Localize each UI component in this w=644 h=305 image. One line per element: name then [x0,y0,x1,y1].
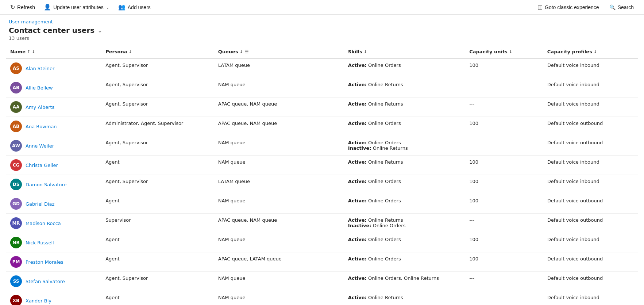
queues-cell: NAM queue [214,194,344,214]
name-cell: GD Gabriel Diaz [6,194,101,214]
persona-cell: Agent [101,156,214,175]
col-header-capacity-units[interactable]: Capacity units ↓ [465,45,543,58]
user-count: 13 users [9,35,635,41]
skill-entry: Active: Online Returns [348,159,460,165]
capacity-units-cell: 100 [465,58,543,78]
skill-name: Online Orders [368,256,401,262]
skills-sort-icon: ↓ [364,49,367,54]
skill-entry: Inactive: Online Returns [348,145,460,151]
user-name-link[interactable]: Preston Morales [26,259,63,265]
queues-sort-icon: ↓ [240,49,243,54]
capacity-dash: --- [469,217,474,223]
skill-status: Active: [348,256,367,262]
skills-cell: Active: Online Returns [344,291,465,305]
add-users-button[interactable]: 👥 Add users [114,0,155,15]
col-header-skills[interactable]: Skills ↓ [344,45,465,58]
capacity-units-cell: --- [465,291,543,305]
skill-status: Active: [348,217,367,223]
name-cell: NR Nick Russell [6,233,101,252]
skills-cell: Active: Online Orders [344,233,465,252]
skill-status: Active: [348,237,367,242]
capacity-dash: --- [469,101,474,107]
page-header: User management Contact center users ⌄ 1… [0,15,644,42]
col-header-persona[interactable]: Persona ↓ [101,45,214,58]
queues-filter-icon[interactable]: ☰ [244,49,249,54]
capacity-units-cell: --- [465,78,543,98]
capacity-units-cell: 100 [465,233,543,252]
skills-cell: Active: Online OrdersInactive: Online Re… [344,136,465,156]
update-chevron-icon: ⌄ [106,5,109,10]
capacity-units-cell: 100 [465,175,543,194]
skills-cell: Active: Online Returns [344,156,465,175]
table-row: MR Madison Rocca SupervisorAPAC queue, N… [6,214,638,233]
user-name-link[interactable]: Gabriel Diaz [26,201,54,207]
user-name-link[interactable]: Madison Rocca [26,221,61,226]
user-name-link[interactable]: Stefan Salvatore [26,279,65,284]
avatar: AB [10,82,22,94]
col-header-name[interactable]: Name ↑ ↓ [6,45,101,58]
user-name-link[interactable]: Allie Bellew [26,85,53,91]
table-body: AS Alan Steiner Agent, SupervisorLATAM q… [6,58,638,305]
capacity-units-sort-icon: ↓ [509,49,512,54]
col-header-capacity-profiles[interactable]: Capacity profiles ↓ [543,45,638,58]
skill-status: Active: [348,159,367,165]
user-name-link[interactable]: Anne Weiler [26,143,54,149]
skill-entry: Active: Online Orders [348,179,460,184]
persona-cell: Supervisor [101,214,214,233]
avatar: DS [10,179,22,190]
skill-name: Online Orders [368,121,401,126]
user-name-link[interactable]: Ana Bowman [26,124,57,129]
skill-status: Inactive: [348,145,371,151]
capacity-profiles-cell: Default voice inbound [543,78,638,98]
col-header-queues[interactable]: Queues ↓ ☰ [214,45,344,58]
skills-cell: Active: Online Orders, Online Returns [344,272,465,291]
capacity-dash: --- [469,140,474,145]
capacity-profiles-cell: Default voice outbound [543,117,638,136]
user-name-link[interactable]: Xander Bly [26,298,51,304]
persona-cell: Agent, Supervisor [101,98,214,117]
skills-cell: Active: Online Orders [344,252,465,272]
queues-cell: NAM queue [214,156,344,175]
user-name-link[interactable]: Christa Geller [26,163,58,168]
breadcrumb[interactable]: User management [9,19,635,24]
skill-entry: Active: Online Returns [348,82,460,87]
skills-cell: Active: Online Orders [344,194,465,214]
user-name-link[interactable]: Alan Steiner [26,66,54,71]
refresh-button[interactable]: ↻ Refresh [6,0,39,15]
search-button[interactable]: 🔍 Search [605,0,638,15]
user-name-link[interactable]: Nick Russell [26,240,54,245]
capacity-dash: --- [469,295,474,300]
skill-name: Online Returns [368,101,403,107]
persona-cell: Agent, Supervisor [101,136,214,156]
name-cell: AW Anne Weiler [6,136,101,156]
capacity-units-cell: --- [465,98,543,117]
table-row: NR Nick Russell AgentNAM queueActive: On… [6,233,638,252]
user-name-link[interactable]: Damon Salvatore [26,182,67,187]
name-cell: AB Allie Bellew [6,78,101,98]
skill-entry: Active: Online Orders [348,140,460,145]
page-title-chevron-icon[interactable]: ⌄ [97,27,102,34]
update-label: Update user attributes [53,4,104,10]
table-row: PM Preston Morales AgentAPAC queue, LATA… [6,252,638,272]
skill-entry: Inactive: Online Orders [348,223,460,228]
queues-cell: NAM queue [214,272,344,291]
search-icon: 🔍 [609,4,616,10]
avatar: MR [10,217,22,229]
table-row: AA Amy Alberts Agent, SupervisorAPAC que… [6,98,638,117]
goto-classic-icon: ◫ [537,4,543,11]
goto-classic-button[interactable]: ◫ Goto classic experience [533,0,603,15]
user-name-link[interactable]: Amy Alberts [26,104,54,110]
capacity-units-cell: 100 [465,156,543,175]
update-user-attributes-button[interactable]: 👤 Update user attributes ⌄ [39,0,114,15]
capacity-units-cell: 100 [465,117,543,136]
capacity-units-cell: 100 [465,252,543,272]
capacity-profiles-cell: Default voice inbound [543,98,638,117]
capacity-units-cell: --- [465,136,543,156]
table-row: AS Alan Steiner Agent, SupervisorLATAM q… [6,58,638,78]
skills-cell: Active: Online Returns [344,98,465,117]
table-row: DS Damon Salvatore Agent, SupervisorLATA… [6,175,638,194]
skill-status: Active: [348,62,367,68]
skill-entry: Active: Online Returns [348,295,460,300]
persona-cell: Agent, Supervisor [101,58,214,78]
skill-name: Online Returns [368,217,403,223]
